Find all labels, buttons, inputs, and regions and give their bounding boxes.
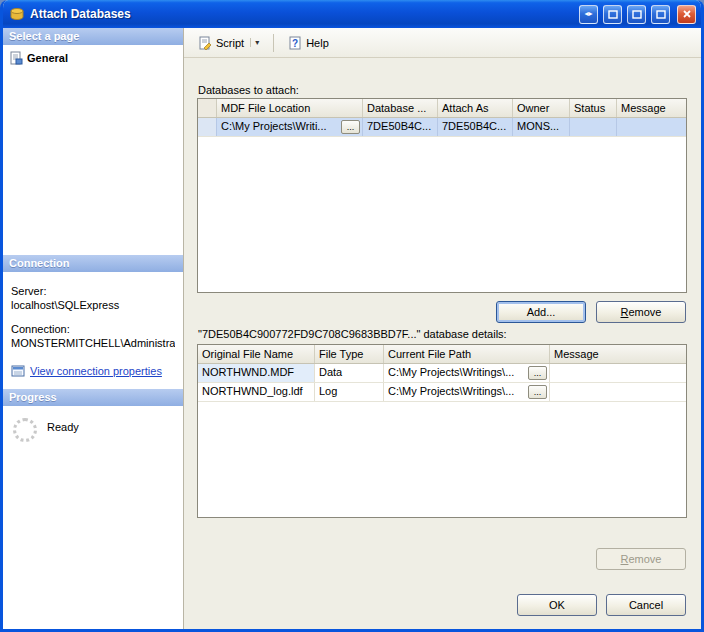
maximize-button[interactable] <box>651 5 670 24</box>
close-button[interactable] <box>677 5 696 24</box>
status-value <box>570 118 617 136</box>
remove-button[interactable]: Remove <box>596 301 686 323</box>
page-icon <box>9 51 23 65</box>
details-message-value <box>550 383 686 401</box>
attach-grid-col-attach-as[interactable]: Attach As <box>438 99 513 117</box>
attach-grid: MDF File Location Database ... Attach As… <box>197 98 687 293</box>
progress-spinner-icon <box>13 418 37 442</box>
help-button[interactable]: ? Help <box>282 32 335 54</box>
add-button[interactable]: Add... <box>496 301 586 323</box>
details-col-file-type[interactable]: File Type <box>315 345 384 363</box>
toolbar: Script ▾ ? Help <box>184 28 701 58</box>
connection-panel: Server: localhost\SQLExpress Connection:… <box>3 272 183 389</box>
sidebar-item-general-label: General <box>27 52 68 64</box>
connection-value: MONSTERMITCHELL\Administra <box>11 336 175 350</box>
connection-label: Connection: <box>11 322 175 336</box>
attach-grid-col-owner[interactable]: Owner <box>513 99 570 117</box>
original-file-name-value: NORTHWND.MDF <box>198 364 315 382</box>
main-content: Databases to attach: MDF File Location D… <box>184 58 701 629</box>
attach-grid-header: MDF File Location Database ... Attach As… <box>198 99 686 118</box>
script-button[interactable]: Script ▾ <box>192 32 265 54</box>
attach-grid-col-status[interactable]: Status <box>570 99 617 117</box>
attach-grid-col-message[interactable]: Message <box>617 99 686 117</box>
attach-grid-col-database[interactable]: Database ... <box>363 99 438 117</box>
titlebar[interactable]: Attach Databases ◂▸ <box>3 0 701 28</box>
svg-text:?: ? <box>292 37 298 48</box>
file-type-value: Data <box>315 364 384 382</box>
minimize-button[interactable] <box>603 5 622 24</box>
help-button-label: Help <box>306 37 329 49</box>
original-file-name-value: NORTHWND_log.ldf <box>198 383 315 401</box>
path-browse-button[interactable]: ... <box>528 385 547 399</box>
sidebar: Select a page General Connection Server:… <box>3 28 184 629</box>
attach-databases-dialog: Attach Databases ◂▸ Select a page Genera… <box>0 0 704 632</box>
attach-as-value: 7DE50B4C... <box>438 118 513 136</box>
server-label: Server: <box>11 284 175 298</box>
cancel-button[interactable]: Cancel <box>606 594 686 616</box>
details-col-current-file-path[interactable]: Current File Path <box>384 345 550 363</box>
owner-value: MONS... <box>513 118 570 136</box>
pages-panel: General <box>3 45 183 255</box>
attach-grid-row[interactable]: C:\My Projects\Writi... ... 7DE50B4C... … <box>198 118 686 137</box>
attach-grid-col-mdf-file-location[interactable]: MDF File Location <box>217 99 363 117</box>
details-section-label: "7DE50B4C900772FD9C708C9683BBD7F..." dat… <box>198 328 507 340</box>
current-file-path-value: C:\My Projects\Writings\... <box>388 366 514 378</box>
ok-button[interactable]: OK <box>517 594 597 616</box>
dock-arrows-button[interactable]: ◂▸ <box>579 5 598 24</box>
attach-grid-selector-header <box>198 99 217 117</box>
script-icon <box>198 36 212 50</box>
details-grid-header: Original File Name File Type Current Fil… <box>198 345 686 364</box>
progress-header: Progress <box>3 389 183 406</box>
script-button-label: Script <box>216 37 244 49</box>
row-selector[interactable] <box>198 118 217 136</box>
attach-grid-empty-area <box>198 137 686 292</box>
path-browse-button[interactable]: ... <box>528 366 547 380</box>
details-grid-empty-area <box>198 402 686 517</box>
main-panel: Script ▾ ? Help Databases to attach: MDF <box>184 28 701 629</box>
script-dropdown-arrow[interactable]: ▾ <box>250 38 259 47</box>
current-file-path-value: C:\My Projects\Writings\... <box>388 385 514 397</box>
sidebar-item-general[interactable]: General <box>7 50 179 66</box>
view-connection-properties-link[interactable]: View connection properties <box>30 364 162 378</box>
details-grid: Original File Name File Type Current Fil… <box>197 344 687 518</box>
progress-panel: Ready <box>3 406 183 630</box>
window-title: Attach Databases <box>30 7 574 21</box>
details-col-original-file-name[interactable]: Original File Name <box>198 345 315 363</box>
connection-properties-icon <box>11 364 25 378</box>
details-grid-row[interactable]: NORTHWND_log.ldf Log C:\My Projects\Writ… <box>198 383 686 402</box>
restore-button[interactable] <box>627 5 646 24</box>
details-message-value <box>550 364 686 382</box>
database-name-value: 7DE50B4C... <box>363 118 438 136</box>
details-grid-row[interactable]: NORTHWND.MDF Data C:\My Projects\Writing… <box>198 364 686 383</box>
select-a-page-header: Select a page <box>3 28 183 45</box>
details-remove-button[interactable]: Remove <box>596 548 686 570</box>
help-icon: ? <box>288 36 302 50</box>
attach-database-icon <box>9 6 25 22</box>
attach-section-label: Databases to attach: <box>198 84 299 96</box>
message-value <box>617 118 686 136</box>
server-value: localhost\SQLExpress <box>11 298 175 312</box>
toolbar-separator <box>273 34 274 52</box>
connection-header: Connection <box>3 255 183 272</box>
mdf-browse-button[interactable]: ... <box>341 120 360 134</box>
details-col-message[interactable]: Message <box>550 345 686 363</box>
mdf-file-location-value: C:\My Projects\Writi... <box>221 120 327 132</box>
file-type-value: Log <box>315 383 384 401</box>
progress-status: Ready <box>47 421 79 433</box>
